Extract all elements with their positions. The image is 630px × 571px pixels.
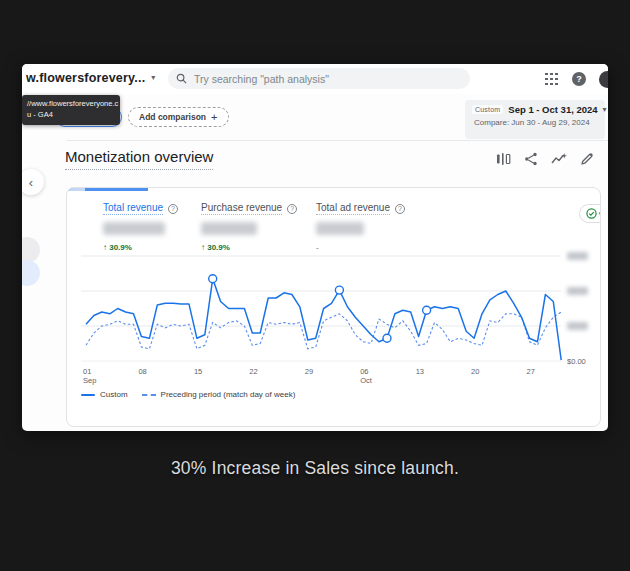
x-axis-tick: 15: [194, 367, 202, 376]
date-range-row: Custom Sep 1 - Oct 31, 2024 ▾: [472, 104, 598, 115]
edit-pencil-icon[interactable]: [580, 152, 594, 166]
legend-swatch-solid: [81, 394, 95, 396]
x-axis-tick: 13: [416, 367, 424, 376]
y-axis-label-redacted: [567, 322, 588, 330]
page-title: Monetization overview: [65, 148, 213, 170]
chevron-down-icon: ▾: [151, 74, 155, 82]
date-compare-value: Compare: Jun 30 - Aug 29, 2024: [474, 118, 598, 127]
anomaly-marker: [209, 275, 217, 283]
add-comparison-button[interactable]: Add comparison +: [128, 107, 229, 127]
anomaly-marker: [383, 334, 391, 342]
tooltip-line-1: //www.flowersforeveryone.c: [27, 99, 115, 110]
property-tooltip: //www.flowersforeveryone.c u - GA4: [22, 95, 120, 125]
cards-view-icon[interactable]: [496, 152, 511, 166]
help-icon[interactable]: ?: [572, 72, 586, 86]
tooltip-line-2: u - GA4: [27, 110, 115, 121]
date-range-value: Sep 1 - Oct 31, 2024: [508, 104, 597, 115]
x-axis-tick: 06: [360, 367, 368, 376]
x-axis-tick: 27: [527, 367, 535, 376]
y-axis-zero-label: $0.00: [567, 357, 586, 366]
legend-label: Custom: [100, 390, 128, 399]
slide-caption: 30% Increase in Sales since launch.: [0, 458, 630, 479]
analytics-window: w.flowersforevery... ▾ Try searching "pa…: [22, 64, 608, 431]
anomaly-marker: [423, 306, 431, 314]
x-axis-tick: 08: [138, 367, 146, 376]
x-axis-tick-month: Oct: [360, 376, 373, 385]
header-divider: [66, 140, 608, 141]
apps-grid-icon[interactable]: [545, 73, 558, 86]
add-comparison-label: Add comparison: [139, 112, 206, 122]
anomaly-marker: [335, 286, 343, 294]
legend-label: Preceding period (match day of week): [161, 390, 296, 399]
property-selector[interactable]: w.flowersforevery... ▾: [26, 71, 155, 85]
property-name: w.flowersforevery...: [26, 71, 145, 85]
chevron-down-icon: ▾: [603, 106, 607, 114]
topbar-actions: ?: [545, 64, 608, 94]
x-axis-tick: 01: [83, 367, 91, 376]
plus-icon: +: [211, 112, 217, 123]
preceding-period-line: [86, 312, 561, 349]
y-axis-label-redacted: [567, 252, 588, 260]
report-actions: [496, 152, 594, 166]
date-range-badge: Custom: [472, 105, 503, 114]
x-axis-tick: 29: [305, 367, 313, 376]
search-icon: [176, 73, 187, 84]
legend-item-custom: Custom: [81, 390, 128, 399]
y-axis-label-redacted: [567, 287, 588, 295]
chart-legend: Custom Preceding period (match day of we…: [81, 390, 295, 399]
x-axis-tick-month: Sep: [83, 376, 96, 385]
collapse-sidebar-button[interactable]: ‹: [22, 169, 44, 195]
search-placeholder: Try searching "path analysis": [194, 73, 329, 85]
legend-swatch-dashed: [142, 394, 156, 396]
sidebar-nav-icon-active[interactable]: [22, 260, 40, 286]
x-axis-tick: 22: [249, 367, 257, 376]
chevron-left-icon: ‹: [29, 175, 33, 190]
presentation-frame: w.flowersforevery... ▾ Try searching "pa…: [0, 0, 630, 571]
legend-item-preceding: Preceding period (match day of week): [142, 390, 296, 399]
insights-icon[interactable]: [551, 152, 567, 166]
avatar[interactable]: [599, 71, 608, 88]
x-axis-tick: 20: [471, 367, 479, 376]
top-app-bar: w.flowersforevery... ▾ Try searching "pa…: [22, 64, 608, 94]
search-input[interactable]: Try searching "path analysis": [168, 68, 470, 89]
date-range-picker[interactable]: Custom Sep 1 - Oct 31, 2024 ▾ Compare: J…: [465, 100, 605, 139]
share-icon[interactable]: [524, 152, 538, 166]
monetization-overview-card: Total revenue ? ↑ 30.9% Purchase revenue…: [66, 187, 601, 427]
